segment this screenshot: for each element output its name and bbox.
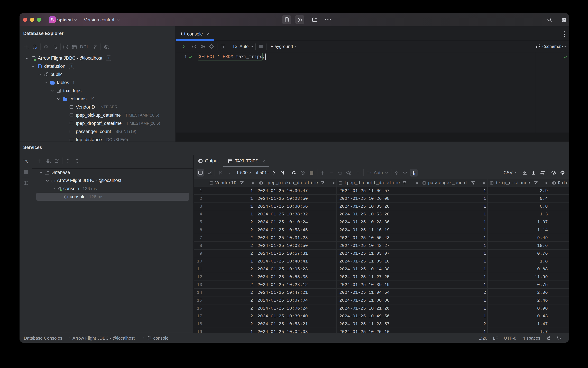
svg-text:Tx: Tx (23, 159, 27, 163)
